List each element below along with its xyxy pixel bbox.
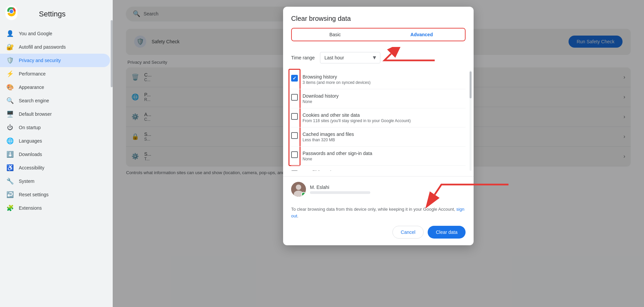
svg-point-7 [296,185,301,190]
system-icon: 🔧 [7,178,13,185]
chrome-logo-icon [5,5,17,17]
sidebar-label-privacy-security: Privacy and security [19,58,61,63]
languages-icon: 🌐 [7,138,13,144]
time-range-select-wrapper[interactable]: Last hourLast 24 hoursLast 7 daysLast 4 … [320,52,380,63]
sidebar-item-privacy-security[interactable]: 🛡️ Privacy and security [0,54,110,67]
checkbox-main-label-passwords: Passwords and other sign-in data [303,151,372,156]
checkbox-sub-label-passwords: None [303,157,372,161]
checkbox-passwords[interactable] [291,151,298,158]
checkbox-main-label-browsing-history: Browsing history [303,74,371,80]
downloads-icon: ⬇️ [7,151,13,158]
checkbox-sub-label-browsing-history: 3 items (and more on synced devices) [303,80,371,85]
checkbox-item-cached-images[interactable]: Cached images and files Less than 320 MB [291,127,466,147]
extensions-icon: 🧩 [7,205,13,211]
sidebar-label-system: System [19,178,35,184]
sidebar-item-search-engine[interactable]: 🔍 Search engine [0,94,110,107]
checkbox-autofill[interactable] [291,170,298,171]
sidebar: Settings 👤 You and Google 🔐 Autofill and… [0,0,113,307]
checkbox-label-cached-images: Cached images and files Less than 320 MB [303,132,354,142]
scroll-thumb[interactable] [470,71,472,98]
cancel-button[interactable]: Cancel [392,226,424,239]
checkbox-main-label-cached-images: Cached images and files [303,132,354,137]
checkbox-item-download-history[interactable]: Download history None [291,89,466,108]
profile-info: M. Eslahi [310,185,370,194]
dialog-profile-section: M. Eslahi [283,176,474,202]
accessibility-icon: ♿ [7,164,13,171]
sidebar-label-on-startup: On startup [19,125,41,130]
sidebar-item-languages[interactable]: 🌐 Languages [0,134,110,148]
svg-point-5 [10,10,13,13]
checkbox-item-autofill[interactable]: Autofill form data [291,166,466,171]
checkmark-icon: ✓ [292,75,297,81]
dialog-header: Clear browsing data Basic Advanced [283,7,474,47]
sidebar-label-languages: Languages [19,138,42,144]
checkbox-label-autofill: Autofill form data [303,170,338,171]
sidebar-label-downloads: Downloads [19,152,42,157]
checkbox-container: ✓ Browsing history 3 items (and more on … [291,70,466,171]
checkbox-sub-label-cached-images: Less than 320 MB [303,138,354,142]
dialog-footer-info: To clear browsing data from this device … [283,202,474,226]
sidebar-nav: 👤 You and Google 🔐 Autofill and password… [0,27,113,307]
profile-name: M. Eslahi [310,185,370,190]
scroll-track [470,70,472,171]
dialog-tab-row: Basic Advanced [291,28,466,41]
checkbox-cached-images[interactable] [291,132,298,139]
you-and-google-icon: 👤 [7,30,13,37]
autofill-icon: 🔐 [7,44,13,50]
tab-basic[interactable]: Basic [292,29,378,41]
tab-advanced[interactable]: Advanced [378,29,465,41]
sidebar-label-default-browser: Default browser [19,111,52,117]
sidebar-label-autofill: Autofill and passwords [19,44,66,50]
checkbox-label-passwords: Passwords and other sign-in data None [303,151,372,161]
checkbox-main-label-download-history: Download history [303,93,338,99]
footer-text: To clear browsing data from this device … [291,207,455,212]
dialog-actions: Cancel Clear data [283,226,474,245]
checkbox-download-history[interactable] [291,94,298,101]
sidebar-header: Settings [0,5,113,27]
time-range-label: Time range [291,55,315,60]
sidebar-label-performance: Performance [19,71,46,76]
on-startup-icon: ⏻ [7,124,13,131]
sidebar-item-performance[interactable]: ⚡ Performance [0,67,110,81]
sidebar-item-you-and-google[interactable]: 👤 You and Google [0,27,110,40]
sidebar-label-you-and-google: You and Google [19,31,52,36]
sidebar-item-on-startup[interactable]: ⏻ On startup [0,121,110,134]
sidebar-item-appearance[interactable]: 🎨 Appearance [0,81,110,94]
sidebar-item-accessibility[interactable]: ♿ Accessibility [0,161,110,174]
privacy-security-icon: 🛡️ [7,57,13,64]
performance-icon: ⚡ [7,70,13,77]
sidebar-item-extensions[interactable]: 🧩 Extensions [0,201,110,215]
checkbox-sub-label-cookies: From 118 sites (you'll stay signed in to… [303,118,411,123]
default-browser-icon: 🖥️ [7,111,13,117]
avatar [291,182,306,197]
reset-settings-icon: ↩️ [7,191,13,198]
checkbox-item-browsing-history[interactable]: ✓ Browsing history 3 items (and more on … [291,70,466,89]
modal-overlay: Clear browsing data Basic Advanced Time … [113,0,644,307]
sidebar-label-appearance: Appearance [19,85,44,90]
checkbox-label-browsing-history: Browsing history 3 items (and more on sy… [303,74,371,85]
checkbox-main-label-cookies: Cookies and other site data [303,112,411,118]
checkbox-item-passwords[interactable]: Passwords and other sign-in data None [291,147,466,166]
checkbox-browsing-history[interactable]: ✓ [291,75,298,82]
sidebar-item-system[interactable]: 🔧 System [0,174,110,188]
checkbox-cookies[interactable] [291,113,298,120]
checkbox-sub-label-download-history: None [303,99,338,104]
sidebar-item-default-browser[interactable]: 🖥️ Default browser [0,107,110,121]
checkbox-label-download-history: Download history None [303,93,338,104]
sidebar-item-autofill[interactable]: 🔐 Autofill and passwords [0,40,110,54]
sidebar-item-downloads[interactable]: ⬇️ Downloads [0,148,110,161]
sidebar-item-reset-settings[interactable]: ↩️ Reset settings [0,188,110,201]
sidebar-label-reset-settings: Reset settings [19,192,49,197]
clear-browsing-data-dialog: Clear browsing data Basic Advanced Time … [283,7,474,245]
dialog-body: Time range Last hourLast 24 hoursLast 7 … [283,47,474,176]
app-title: Settings [39,10,66,18]
checkbox-label-cookies: Cookies and other site data From 118 sit… [303,112,411,123]
checkbox-list: ✓ Browsing history 3 items (and more on … [291,70,466,171]
sidebar-label-search-engine: Search engine [19,98,49,103]
sidebar-label-accessibility: Accessibility [19,165,44,170]
time-range-row: Time range Last hourLast 24 hoursLast 7 … [291,52,466,63]
checkbox-item-cookies[interactable]: Cookies and other site data From 118 sit… [291,108,466,127]
time-range-select[interactable]: Last hourLast 24 hoursLast 7 daysLast 4 … [320,52,380,63]
clear-data-button[interactable]: Clear data [428,226,466,239]
dialog-title: Clear browsing data [291,15,466,22]
